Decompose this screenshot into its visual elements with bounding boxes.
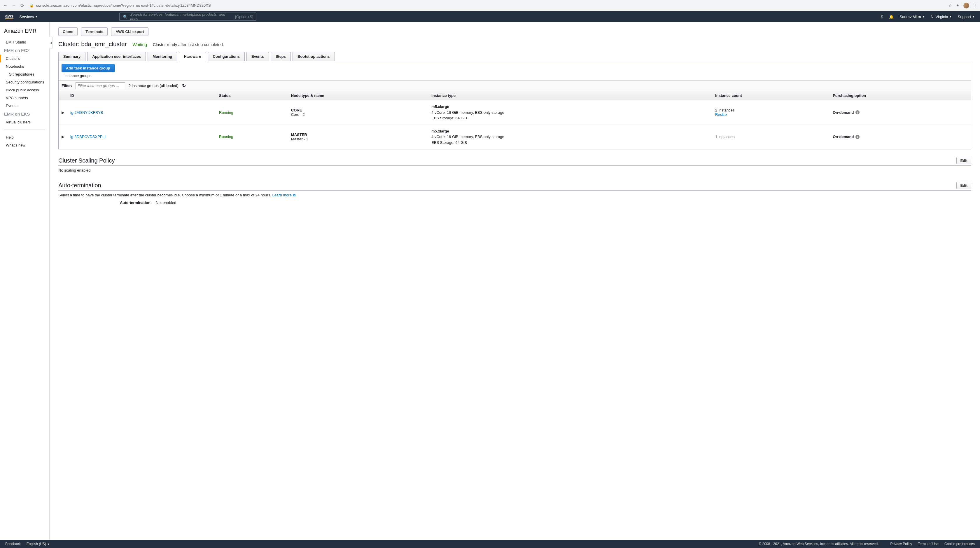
aws-top-nav: aws Services▼ 🔍 Search for services, fea… [0, 11, 980, 22]
notifications-icon[interactable]: 🔔 [889, 14, 894, 19]
address-bar[interactable]: 🔒 console.aws.amazon.com/elasticmapreduc… [28, 3, 945, 8]
terminate-button[interactable]: Terminate [81, 27, 108, 36]
filter-input[interactable] [76, 82, 125, 89]
instance-groups-count: 2 instance groups (all loaded) [129, 83, 178, 88]
cluster-tabs: SummaryApplication user interfacesMonito… [58, 52, 971, 61]
status-value: Running [219, 134, 233, 139]
copyright: © 2008 - 2021, Amazon Web Services, Inc.… [759, 542, 878, 546]
instance-spec: 4 vCore, 16 GiB memory, EBS only storage [431, 134, 710, 140]
node-name: Core - 2 [291, 112, 426, 117]
search-placeholder: Search for services, features, marketpla… [130, 12, 232, 21]
support-menu[interactable]: Support▼ [958, 14, 975, 19]
instance-group-id-link[interactable]: ig-3DBPCVDSXPPLI [70, 134, 106, 139]
column-node-type-name[interactable]: Node type & name [288, 91, 428, 100]
scaling-edit-button[interactable]: Edit [956, 157, 971, 164]
cloudshell-icon[interactable]: ⎘ [881, 14, 883, 19]
sidebar-item-help[interactable]: Help [0, 133, 49, 141]
kebab-icon[interactable]: ⋮ [973, 3, 977, 8]
instance-count: 2 Instances [715, 108, 827, 112]
hardware-panel: Add task instance group Instance groups … [58, 61, 971, 150]
services-menu[interactable]: Services▼ [19, 14, 38, 19]
expand-icon[interactable]: ▶ [59, 124, 67, 149]
tab-application-user-interfaces[interactable]: Application user interfaces [87, 52, 146, 61]
expand-icon[interactable]: ▶ [59, 100, 67, 125]
tab-hardware[interactable]: Hardware [179, 52, 206, 61]
aws-cli-export-button[interactable]: AWS CLI export [111, 27, 148, 36]
filter-label: Filter: [62, 83, 72, 88]
extensions-icon[interactable]: ✦ [956, 3, 959, 8]
search-hint: [Option+S] [235, 14, 253, 19]
sidebar-item-virtual-clusters[interactable]: Virtual clusters [0, 118, 49, 126]
back-icon[interactable]: ← [3, 3, 8, 8]
sidebar-section-label: EMR on EC2 [0, 46, 49, 54]
sidebar-item-block-public-access[interactable]: Block public access [0, 86, 49, 94]
auto-termination-title: Auto-termination [58, 182, 101, 189]
sidebar-item-emr-studio[interactable]: EMR Studio [0, 38, 49, 46]
sidebar-item-security-configurations[interactable]: Security configurations [0, 78, 49, 86]
region-menu[interactable]: N. Virginia▼ [931, 14, 952, 19]
ebs-storage: EBS Storage: 64 GiB [431, 115, 710, 121]
table-row: ▶ig-2AI8NYIJKFRYBRunningCORECore - 2m5.x… [59, 100, 971, 125]
forward-icon[interactable]: → [12, 3, 16, 8]
instance-group-id-link[interactable]: ig-2AI8NYIJKFRYB [70, 110, 103, 115]
purchasing-option: On-demand [833, 110, 854, 115]
instance-count: 1 Instances [715, 134, 827, 139]
sidebar-item-events[interactable]: Events [0, 102, 49, 110]
browser-chrome: ← → ⟳ 🔒 console.aws.amazon.com/elasticma… [0, 0, 980, 11]
tab-configurations[interactable]: Configurations [208, 52, 245, 61]
ebs-storage: EBS Storage: 64 GiB [431, 140, 710, 146]
auto-termination-value: Not enabled [156, 201, 176, 205]
tab-events[interactable]: Events [247, 52, 269, 61]
instance-spec: 4 vCore, 16 GiB memory, EBS only storage [431, 110, 710, 116]
external-link-icon: ⧉ [293, 193, 296, 197]
tab-bootstrap-actions[interactable]: Bootstrap actions [293, 52, 335, 61]
footer-link-cookie-preferences[interactable]: Cookie preferences [944, 542, 975, 546]
auto-termination-edit-button[interactable]: Edit [956, 182, 971, 189]
tab-summary[interactable]: Summary [58, 52, 86, 61]
tab-monitoring[interactable]: Monitoring [148, 52, 177, 61]
node-type: MASTER [291, 132, 426, 137]
sidebar-collapse-handle[interactable]: ◀ [49, 37, 53, 48]
column-status[interactable]: Status [216, 91, 288, 100]
sidebar: ◀ Amazon EMR EMR StudioEMR on EC2Cluster… [0, 22, 49, 540]
reload-icon[interactable]: ⟳ [21, 3, 24, 8]
sidebar-section-label: EMR on EKS [0, 110, 49, 118]
resize-link[interactable]: Resize [715, 112, 727, 117]
sidebar-item-clusters[interactable]: Clusters [0, 54, 49, 62]
instance-groups-table: IDStatusNode type & nameInstance typeIns… [59, 91, 971, 149]
column-purchasing-option[interactable]: Purchasing option [830, 91, 971, 100]
scaling-title: Cluster Scaling Policy [58, 157, 115, 164]
footer-link-privacy-policy[interactable]: Privacy Policy [891, 542, 912, 546]
auto-termination-key: Auto-termination: [58, 201, 152, 205]
info-icon[interactable]: i [856, 110, 859, 115]
star-icon[interactable]: ☆ [948, 3, 952, 8]
cluster-title: Cluster: bda_emr_cluster [58, 41, 127, 48]
sidebar-item-vpc-subnets[interactable]: VPC subnets [0, 94, 49, 102]
learn-more-link[interactable]: Learn more ⧉ [272, 193, 295, 197]
info-icon[interactable]: i [856, 135, 859, 139]
instance-type: m5.xlarge [431, 104, 710, 110]
main-content: Clone Terminate AWS CLI export Cluster: … [49, 22, 980, 540]
account-menu[interactable]: Saurav Mitra▼ [899, 14, 925, 19]
sidebar-item-git-repositories[interactable]: Git repositories [0, 70, 49, 78]
clone-button[interactable]: Clone [58, 27, 78, 36]
refresh-icon[interactable]: ↻ [182, 83, 186, 88]
sidebar-item-what-s-new[interactable]: What's new [0, 141, 49, 149]
column-id[interactable]: ID [67, 91, 216, 100]
column-instance-type[interactable]: Instance type [428, 91, 712, 100]
sidebar-item-notebooks[interactable]: Notebooks [0, 62, 49, 70]
feedback-link[interactable]: Feedback [5, 542, 21, 546]
aws-logo[interactable]: aws [5, 14, 13, 19]
column-instance-count[interactable]: Instance count [712, 91, 830, 100]
purchasing-option: On-demand [833, 134, 854, 139]
instance-groups-label: Instance groups [62, 72, 968, 80]
add-task-instance-group-button[interactable]: Add task instance group [62, 64, 115, 72]
global-search[interactable]: 🔍 Search for services, features, marketp… [119, 13, 256, 21]
language-selector[interactable]: English (US) ▼ [27, 542, 50, 546]
cluster-status-message: Cluster ready after last step completed. [153, 42, 224, 47]
lock-icon: 🔒 [29, 3, 34, 8]
profile-avatar[interactable] [963, 3, 969, 8]
auto-termination-desc: Select a time to have the cluster termin… [58, 193, 272, 197]
tab-steps[interactable]: Steps [270, 52, 291, 61]
footer-link-terms-of-use[interactable]: Terms of Use [918, 542, 939, 546]
